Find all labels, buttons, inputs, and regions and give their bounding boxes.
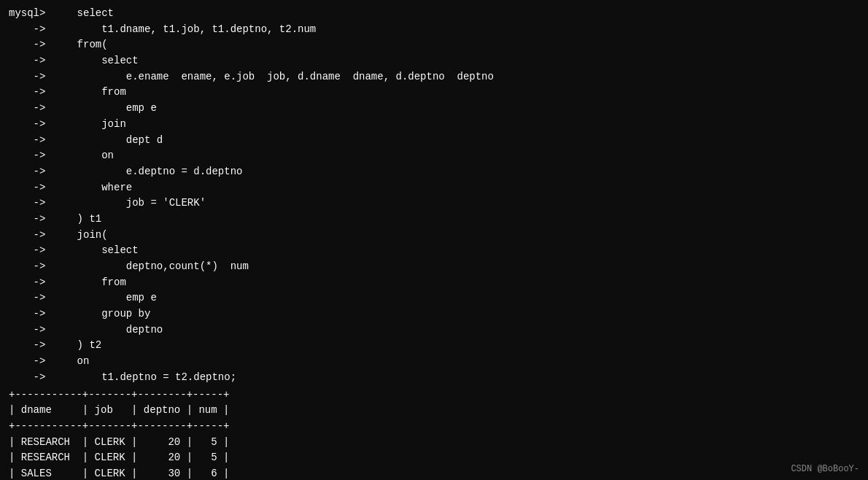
query-line: -> join [9, 117, 859, 133]
code-text: join [53, 117, 126, 133]
prompt: -> [9, 290, 53, 306]
prompt: -> [9, 164, 53, 180]
table-row: | RESEARCH | CLERK | 20 | 5 | [9, 435, 859, 451]
code-text: ) t1 [53, 212, 101, 228]
prompt: -> [9, 85, 53, 101]
prompt: -> [9, 133, 53, 149]
code-text: t1.dname, t1.job, t1.deptno, t2.num [53, 22, 316, 38]
prompt: -> [9, 370, 53, 386]
prompt: -> [9, 37, 53, 53]
prompt: -> [9, 117, 53, 133]
code-text: emp e [53, 290, 157, 306]
prompt: -> [9, 148, 53, 164]
code-text: job = 'CLERK' [53, 196, 206, 212]
prompt: -> [9, 243, 53, 259]
code-text: from [53, 275, 126, 291]
code-text: ) t2 [53, 338, 101, 354]
query-line: -> t1.dname, t1.job, t1.deptno, t2.num [9, 22, 859, 38]
query-line: -> emp e [9, 101, 859, 117]
query-line: -> from( [9, 37, 859, 53]
prompt: mysql> [9, 6, 53, 22]
prompt: -> [9, 354, 53, 370]
table-data-rows: | RESEARCH | CLERK | 20 | 5 || RESEARCH … [9, 435, 859, 480]
code-text: deptno [53, 322, 163, 338]
query-line: -> ) t2 [9, 338, 859, 354]
code-text: on [53, 148, 114, 164]
table-border-top: +-----------+-------+--------+-----+ [9, 387, 859, 403]
query-line: -> group by [9, 306, 859, 322]
code-text: e.deptno = d.deptno [53, 164, 242, 180]
table-row: | RESEARCH | CLERK | 20 | 5 | [9, 450, 859, 466]
prompt: -> [9, 22, 53, 38]
table-row: | SALES | CLERK | 30 | 6 | [9, 466, 859, 480]
table-header: | dname | job | deptno | num | [9, 403, 859, 419]
result-table: +-----------+-------+--------+-----+ | d… [9, 387, 859, 481]
code-text: select [53, 6, 114, 22]
code-text: select [53, 243, 139, 259]
query-line: -> deptno [9, 322, 859, 338]
query-block: mysql> select -> t1.dname, t1.job, t1.de… [9, 6, 859, 386]
prompt: -> [9, 212, 53, 228]
prompt: -> [9, 180, 53, 196]
code-text: from( [53, 37, 108, 53]
table-border-mid: +-----------+-------+--------+-----+ [9, 419, 859, 435]
query-line: mysql> select [9, 6, 859, 22]
terminal-window: mysql> select -> t1.dname, t1.job, t1.de… [0, 0, 868, 480]
query-line: -> on [9, 354, 859, 370]
prompt: -> [9, 196, 53, 212]
query-line: -> t1.deptno = t2.deptno; [9, 370, 859, 386]
prompt: -> [9, 101, 53, 117]
prompt: -> [9, 69, 53, 85]
query-line: -> e.ename ename, e.job job, d.dname dna… [9, 69, 859, 85]
code-text: on [53, 354, 89, 370]
code-text: select [53, 53, 139, 69]
query-line: -> emp e [9, 290, 859, 306]
prompt: -> [9, 259, 53, 275]
prompt: -> [9, 275, 53, 291]
query-line: -> join( [9, 228, 859, 244]
watermark: CSDN @BoBooY- [791, 464, 859, 474]
code-text: t1.deptno = t2.deptno; [53, 370, 236, 386]
query-line: -> dept d [9, 133, 859, 149]
query-line: -> on [9, 148, 859, 164]
prompt: -> [9, 322, 53, 338]
query-line: -> ) t1 [9, 212, 859, 228]
code-text: where [53, 180, 132, 196]
code-text: dept d [53, 133, 163, 149]
query-line: -> from [9, 275, 859, 291]
query-line: -> e.deptno = d.deptno [9, 164, 859, 180]
code-text: emp e [53, 101, 157, 117]
code-text: deptno,count(*) num [53, 259, 249, 275]
code-text: from [53, 85, 126, 101]
prompt: -> [9, 53, 53, 69]
code-text: group by [53, 306, 150, 322]
query-line: -> job = 'CLERK' [9, 196, 859, 212]
query-line: -> select [9, 243, 859, 259]
query-line: -> from [9, 85, 859, 101]
code-text: join( [53, 228, 108, 244]
prompt: -> [9, 338, 53, 354]
query-line: -> deptno,count(*) num [9, 259, 859, 275]
prompt: -> [9, 228, 53, 244]
code-text: e.ename ename, e.job job, d.dname dname,… [53, 69, 494, 85]
query-line: -> where [9, 180, 859, 196]
query-line: -> select [9, 53, 859, 69]
prompt: -> [9, 306, 53, 322]
